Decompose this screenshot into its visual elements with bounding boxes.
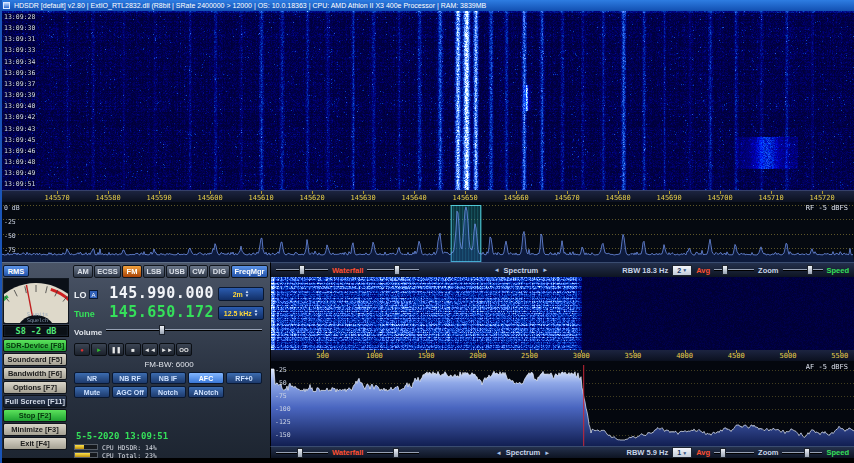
afc-button[interactable]: AFC bbox=[188, 372, 224, 384]
tuning-step-selector[interactable]: 12.5 kHz ▲▼ bbox=[218, 306, 264, 320]
sidebar-options-f7-button[interactable]: Options [F7] bbox=[3, 381, 67, 394]
avg-count-dropdown[interactable]: 1▼ bbox=[672, 447, 692, 458]
agc-off-button[interactable]: AGC Off bbox=[112, 386, 148, 398]
sidebar-full-screen-f11-button[interactable]: Full Screen [F11] bbox=[3, 395, 67, 408]
rf-frequency-label: 145610 bbox=[244, 194, 278, 202]
slider-track bbox=[367, 269, 419, 271]
rf-spectrum-canvas[interactable] bbox=[0, 202, 854, 262]
datetime-display: 5-5-2020 13:09:51 bbox=[76, 431, 168, 441]
af-waterfall-display[interactable] bbox=[270, 277, 854, 350]
slider-thumb[interactable] bbox=[393, 448, 399, 458]
transport-record-button[interactable]: ● bbox=[74, 343, 90, 356]
mode-button-lsb[interactable]: LSB bbox=[143, 265, 165, 278]
band-selector[interactable]: 2m ▲▼ bbox=[218, 287, 264, 301]
sidebar-minimize-f3-button[interactable]: Minimize [F3] bbox=[3, 423, 67, 436]
mode-button-cw[interactable]: CW bbox=[189, 265, 208, 278]
anotch-button[interactable]: ANotch bbox=[188, 386, 224, 398]
sidebar-sdr-device-f8-button[interactable]: SDR-Device [F8] bbox=[3, 339, 67, 352]
af-frequency-label: 3500 bbox=[621, 352, 645, 360]
rf-frequency-scale[interactable]: 1455701455801455901456001456101456201456… bbox=[0, 190, 854, 202]
slider-thumb[interactable] bbox=[299, 265, 305, 275]
sidebar-bandwidth-f6-button[interactable]: Bandwidth [F6] bbox=[3, 367, 67, 380]
cpu-hdsdr-bar bbox=[74, 444, 98, 450]
slider-thumb[interactable] bbox=[394, 265, 400, 275]
lo-frequency-display[interactable]: 145.990.000 bbox=[96, 284, 214, 302]
transport-pause-button[interactable]: ❚❚ bbox=[108, 343, 124, 356]
avg-count-value: 1 bbox=[677, 449, 681, 456]
app-icon bbox=[3, 2, 10, 9]
mode-button-usb[interactable]: USB bbox=[166, 265, 188, 278]
sidebar-exit-f4-button[interactable]: Exit [F4] bbox=[3, 437, 67, 450]
spectrum-range-down-button[interactable]: ◄ bbox=[496, 450, 502, 456]
af-dbfs-label: AF -5 dBFS bbox=[806, 363, 848, 371]
slider-thumb[interactable] bbox=[159, 325, 165, 335]
lo-label: LO bbox=[74, 290, 87, 300]
mode-button-am[interactable]: AM bbox=[73, 265, 93, 278]
sidebar-stop-f2-button[interactable]: Stop [F2] bbox=[3, 409, 67, 422]
window-title: HDSDR [default] v2.80 | ExtIO_RTL2832.dl… bbox=[14, 0, 486, 11]
avg-label: Avg bbox=[696, 448, 710, 457]
volume-slider[interactable] bbox=[106, 325, 262, 335]
sidebar-soundcard-f5-button[interactable]: Soundcard [F5] bbox=[3, 353, 67, 366]
transport-forward-button[interactable]: ►► bbox=[159, 343, 175, 356]
af-frequency-label: 1000 bbox=[362, 352, 386, 360]
speed-slider[interactable] bbox=[783, 265, 823, 275]
waterfall-brightness-slider[interactable] bbox=[276, 448, 328, 458]
rf-frequency-label: 145660 bbox=[499, 194, 533, 202]
spinner-arrows-icon[interactable]: ▲▼ bbox=[254, 309, 258, 317]
notch-button[interactable]: Notch bbox=[150, 386, 186, 398]
waterfall-contrast-slider[interactable] bbox=[367, 448, 419, 458]
rf-waterfall-canvas[interactable] bbox=[0, 11, 854, 190]
transport-loop-button[interactable]: OO bbox=[176, 343, 192, 356]
mode-button-ecss[interactable]: ECSS bbox=[94, 265, 121, 278]
freqmgr-button[interactable]: FreqMgr bbox=[231, 265, 268, 278]
titlebar[interactable]: HDSDR [default] v2.80 | ExtIO_RTL2832.dl… bbox=[0, 0, 854, 11]
nb-if-button[interactable]: NB IF bbox=[150, 372, 186, 384]
af-frequency-label: 2000 bbox=[466, 352, 490, 360]
avg-count-dropdown[interactable]: 2▼ bbox=[672, 265, 692, 276]
spectrum-range-up-button[interactable]: ► bbox=[544, 450, 550, 456]
af-spectrum-display[interactable]: -25-50-75-100-125-150 AF -5 dBFS bbox=[270, 361, 854, 446]
volume-label: Volume bbox=[74, 328, 102, 337]
tune-frequency-display[interactable]: 145.650.172 bbox=[96, 303, 214, 321]
mode-button-dig[interactable]: DIG bbox=[209, 265, 230, 278]
spectrum-range-up-button[interactable]: ► bbox=[542, 267, 548, 273]
cpu-total-bar bbox=[74, 452, 98, 458]
transport-rewind-button[interactable]: ◄◄ bbox=[142, 343, 158, 356]
waterfall-contrast-slider[interactable] bbox=[367, 265, 419, 275]
af-waterfall-canvas[interactable] bbox=[271, 277, 854, 350]
rf-0-button[interactable]: RF+0 bbox=[226, 372, 262, 384]
mute-button[interactable]: Mute bbox=[74, 386, 110, 398]
af-frequency-label: 4500 bbox=[724, 352, 748, 360]
waterfall-brightness-slider[interactable] bbox=[276, 265, 328, 275]
nr-button[interactable]: NR bbox=[74, 372, 110, 384]
slider-thumb[interactable] bbox=[720, 448, 726, 458]
zoom-slider[interactable] bbox=[714, 265, 754, 275]
waterfall-label: Waterfall bbox=[332, 448, 363, 457]
slider-thumb[interactable] bbox=[297, 448, 303, 458]
rf-spectrum-display[interactable]: 0 dB-25-50-75 RF -5 dBFS bbox=[0, 202, 854, 262]
slider-thumb[interactable] bbox=[804, 448, 810, 458]
tuning-step-value: 12.5 kHz bbox=[224, 310, 252, 317]
transport-stop-button[interactable]: ■ bbox=[125, 343, 141, 356]
slider-thumb[interactable] bbox=[722, 265, 728, 275]
af-spectrum-canvas[interactable] bbox=[271, 361, 854, 446]
slider-thumb[interactable] bbox=[807, 265, 813, 275]
nb-rf-button[interactable]: NB RF bbox=[112, 372, 148, 384]
smeter-mode-button[interactable]: RMS bbox=[3, 265, 29, 277]
rf-frequency-label: 145570 bbox=[40, 194, 74, 202]
transport-play-button[interactable]: ► bbox=[91, 343, 107, 356]
speed-slider[interactable] bbox=[782, 448, 822, 458]
s-meter bbox=[3, 278, 69, 324]
zoom-slider[interactable] bbox=[714, 448, 754, 458]
hdsdr-window: HDSDR [default] v2.80 | ExtIO_RTL2832.dl… bbox=[0, 0, 854, 463]
slider-track bbox=[783, 269, 823, 271]
zoom-label: Zoom bbox=[758, 266, 778, 275]
af-frequency-label: 5500 bbox=[828, 352, 852, 360]
rf-waterfall-display[interactable]: 13:09:2813:09:3013:09:3113:09:3313:09:34… bbox=[0, 11, 854, 190]
spectrum-range-down-button[interactable]: ◄ bbox=[494, 267, 500, 273]
spinner-arrows-icon[interactable]: ▲▼ bbox=[245, 290, 249, 298]
mode-button-fm[interactable]: FM bbox=[122, 265, 142, 278]
caret-down-icon: ▼ bbox=[682, 267, 687, 273]
af-waterfall-control-bar: Waterfall ◄ Spectrum ► RBW 18.3 Hz 2▼ Av… bbox=[270, 262, 854, 277]
